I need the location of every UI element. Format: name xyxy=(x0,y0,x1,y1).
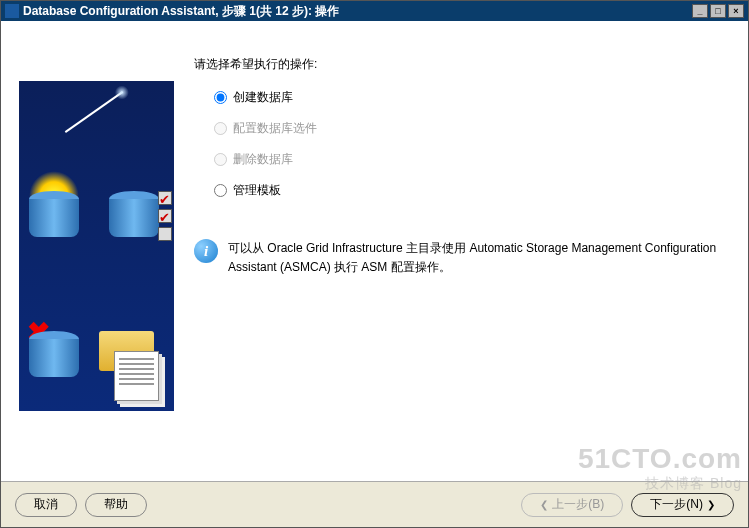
radio-create[interactable] xyxy=(214,91,227,104)
back-button: ❮ 上一步(B) xyxy=(521,493,623,517)
option-configure-database: 配置数据库选件 xyxy=(214,120,730,137)
radio-delete xyxy=(214,153,227,166)
option-create-database[interactable]: 创建数据库 xyxy=(214,89,730,106)
next-button[interactable]: 下一步(N) ❯ xyxy=(631,493,734,517)
window-controls: _ □ × xyxy=(692,4,744,18)
titlebar: Database Configuration Assistant, 步骤 1(共… xyxy=(1,1,748,21)
option-label: 删除数据库 xyxy=(233,151,293,168)
option-label: 创建数据库 xyxy=(233,89,293,106)
footer-bar: 取消 帮助 ❮ 上一步(B) 下一步(N) ❯ xyxy=(1,481,748,527)
dbca-window: Database Configuration Assistant, 步骤 1(共… xyxy=(0,0,749,528)
minimize-button[interactable]: _ xyxy=(692,4,708,18)
content-area: ✖ 请选择希望执行的操作: 创建数据库 配置数据库选件 删除数据库 xyxy=(1,21,748,481)
maximize-button[interactable]: □ xyxy=(710,4,726,18)
option-delete-database: 删除数据库 xyxy=(214,151,730,168)
radio-templates[interactable] xyxy=(214,184,227,197)
help-button[interactable]: 帮助 xyxy=(85,493,147,517)
option-label: 配置数据库选件 xyxy=(233,120,317,137)
option-label: 管理模板 xyxy=(233,182,281,199)
wizard-illustration: ✖ xyxy=(19,81,174,411)
cancel-button[interactable]: 取消 xyxy=(15,493,77,517)
prompt-label: 请选择希望执行的操作: xyxy=(194,56,730,73)
option-manage-templates[interactable]: 管理模板 xyxy=(214,182,730,199)
chevron-right-icon: ❯ xyxy=(707,499,715,510)
close-button[interactable]: × xyxy=(728,4,744,18)
chevron-left-icon: ❮ xyxy=(540,499,548,510)
radio-configure xyxy=(214,122,227,135)
window-title: Database Configuration Assistant, 步骤 1(共… xyxy=(23,3,339,20)
info-panel: i 可以从 Oracle Grid Infrastructure 主目录使用 A… xyxy=(194,239,730,277)
info-text: 可以从 Oracle Grid Infrastructure 主目录使用 Aut… xyxy=(228,239,730,277)
info-icon: i xyxy=(194,239,218,263)
next-label: 下一步(N) xyxy=(650,496,703,513)
app-icon xyxy=(5,4,19,18)
right-pane: 请选择希望执行的操作: 创建数据库 配置数据库选件 删除数据库 管理模板 xyxy=(194,41,730,475)
back-label: 上一步(B) xyxy=(552,496,604,513)
operation-options: 创建数据库 配置数据库选件 删除数据库 管理模板 xyxy=(214,89,730,199)
